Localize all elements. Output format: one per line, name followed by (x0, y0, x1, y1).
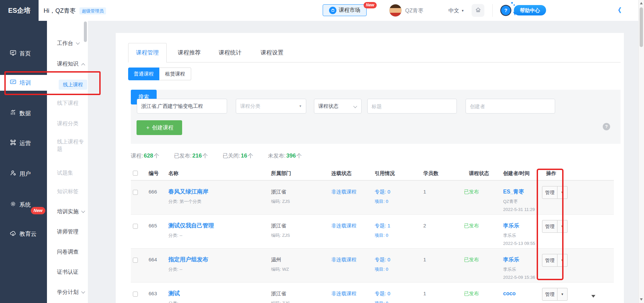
topic-ref-link[interactable]: 专题: 0 (375, 256, 390, 263)
header-divider (492, 4, 493, 17)
course-name-link[interactable]: 指定用户组发布 (168, 256, 208, 263)
help-question-icon[interactable]: ? (501, 6, 511, 15)
chevron-up-icon (81, 63, 85, 67)
course-name-link[interactable]: 测试 (168, 290, 180, 297)
menu-item-workbench[interactable]: 工作台 (57, 38, 79, 48)
status-filter-select[interactable]: 课程状态 (314, 99, 362, 114)
user-avatar[interactable] (389, 4, 402, 17)
language-switcher[interactable]: 中文▼ (448, 0, 464, 21)
manage-dropdown-caret[interactable]: ▼ (557, 186, 568, 199)
manage-button[interactable]: 管理 (542, 220, 557, 233)
creator-link[interactable]: 李乐乐 (503, 256, 519, 263)
tab-strip-border (128, 62, 621, 62)
manage-button[interactable]: 管理 (542, 254, 557, 267)
row-actions: 管理 ▼ (542, 186, 568, 199)
menu-item-training-implementation[interactable]: 培训实施 (57, 207, 85, 217)
panel-help-icon[interactable]: ? (603, 123, 610, 130)
create-course-button[interactable]: ＋ 创建课程 (137, 120, 182, 135)
manage-button[interactable]: 管理 (542, 288, 557, 301)
menu-item-online-course[interactable]: 线上课程 (59, 80, 87, 90)
sidebar-item-edu-cloud[interactable]: 教育云 (0, 226, 47, 242)
submenu-scrollbar-thumb[interactable] (84, 21, 87, 42)
tab-course-recommend[interactable]: 课程推荐 (178, 43, 201, 62)
menu-item-offline-course[interactable]: 线下课程 (57, 98, 78, 108)
tab-course-statistics[interactable]: 课程统计 (219, 43, 241, 62)
scrollbar-up-icon[interactable] (640, 2, 643, 4)
row-checkbox[interactable] (133, 292, 138, 297)
row-actions: 管理 ▼ (542, 254, 568, 267)
table-row: 664 指定用户组发布 分类: -- 温州 编码: WZ 非连载课程 专题: 0… (131, 249, 614, 283)
stat-published: 已发布:216个 (174, 153, 208, 160)
course-market-button[interactable]: 课程市场 (323, 4, 367, 16)
sidebar-item-training[interactable]: 培训 (0, 75, 47, 91)
secondary-menu: 工作台 课程知识 线上课程 线下课程 课程分类 线上课程专题 试题集 知识标签 … (47, 21, 88, 303)
menu-item-knowledge-tag[interactable]: 知识标签 (57, 186, 78, 197)
course-name-link[interactable]: 测试仅我自己管理 (168, 222, 214, 229)
new-badge: New (364, 2, 377, 8)
primary-sidebar: 首页 培训 数据 运营 (0, 21, 47, 303)
menu-item-online-course-topic[interactable]: 线上课程专题 (57, 138, 85, 153)
toggle-normal-course[interactable]: 普通课程 (128, 68, 159, 80)
menu-item-lecturer-management[interactable]: 讲师管理 (57, 227, 78, 237)
project-ref-link[interactable]: 项目: 0 (375, 266, 388, 273)
project-ref-link[interactable]: 项目: 0 (375, 198, 388, 205)
vertical-scrollbar[interactable] (638, 0, 644, 303)
table-row: 663 测试 分类: -- 浙江省 编码: ZJS 非连载课程 专题: 0 项目… (131, 283, 614, 303)
toggle-rental-course[interactable]: 租赁课程 (159, 68, 191, 80)
creator-link[interactable]: ES_青枣 (503, 188, 524, 196)
menu-item-certificate[interactable]: 证书认证 (57, 267, 78, 277)
monitor-chart-icon (10, 50, 16, 57)
creator-link[interactable]: 李乐乐 (503, 222, 519, 229)
home-button[interactable] (472, 4, 484, 17)
status-badge: 已发布 (464, 188, 479, 196)
row-checkbox[interactable] (133, 190, 138, 195)
menu-item-course-knowledge[interactable]: 课程知识 (57, 59, 85, 69)
sidebar-item-data[interactable]: 数据 (0, 105, 47, 121)
project-ref-link[interactable]: 项目: 0 (375, 300, 388, 303)
creator-link[interactable]: coco (503, 290, 516, 297)
select-all-checkbox[interactable] (133, 171, 138, 176)
menu-item-questionnaire[interactable]: 问卷调查 (57, 247, 78, 257)
sidebar-item-operation[interactable]: 运营 (0, 135, 47, 151)
tab-course-settings[interactable]: 课程设置 (261, 43, 283, 62)
scrollbar-thumb[interactable] (640, 7, 643, 47)
plus-icon: ＋ (145, 125, 151, 130)
table-row: 666 春风又绿江南岸 分类: 第一个分类 浙江省 编码: ZJS 非连载课程 … (131, 181, 614, 215)
title-filter-input[interactable] (367, 99, 457, 114)
sidebar-item-user[interactable]: 用户 (0, 166, 47, 181)
category-filter-select[interactable]: 课程分类 ▼ (236, 99, 306, 114)
row-actions: 管理 ▼ (542, 220, 568, 233)
scrollbar-down-icon[interactable] (640, 298, 643, 301)
course-table: 编号 名称 所属部门 连载状态 引用情况 学员数 课程状态 创建者/时间 操作 … (131, 166, 614, 303)
topic-ref-link[interactable]: 专题: 1 (375, 222, 390, 229)
row-checkbox[interactable] (133, 224, 138, 229)
help-center-button[interactable]: 帮助中心 (514, 5, 546, 15)
bar-chart-icon (10, 110, 16, 117)
tab-course-management[interactable]: 课程管理 (128, 43, 167, 62)
command-icon (10, 139, 16, 147)
status-badge: 已发布 (464, 256, 479, 263)
scroll-down-indicator-icon (591, 295, 595, 298)
topic-ref-link[interactable]: 专题: 0 (375, 188, 390, 196)
department-filter-input[interactable] (137, 99, 227, 114)
manage-button[interactable]: 管理 (542, 186, 557, 199)
sidebar-item-home[interactable]: 首页 (0, 46, 47, 61)
chevron-down-icon (81, 290, 85, 293)
stat-total: 课程:628个 (131, 153, 159, 160)
caret-down-icon: ▼ (299, 99, 302, 113)
menu-item-question-bank[interactable]: 试题集 (57, 168, 73, 178)
course-stats: 课程:628个 已发布:216个 已关闭:16个 未发布:396个 (131, 153, 302, 160)
house-icon (475, 7, 481, 14)
manage-dropdown-caret[interactable]: ▼ (557, 254, 568, 267)
manage-dropdown-caret[interactable]: ▼ (557, 220, 568, 233)
topic-ref-link[interactable]: 专题: 0 (375, 290, 390, 297)
manage-dropdown-caret[interactable]: ▼ (557, 288, 568, 301)
course-name-link[interactable]: 春风又绿江南岸 (168, 188, 208, 196)
row-checkbox[interactable] (133, 258, 138, 263)
creator-filter-input[interactable] (466, 99, 555, 114)
project-ref-link[interactable]: 项目: 0 (375, 232, 388, 239)
collapse-sidebar-icon[interactable]: 《 (615, 0, 621, 21)
menu-item-credit-plan[interactable]: 学分计划 (57, 287, 85, 297)
menu-item-course-category[interactable]: 课程分类 (57, 119, 78, 129)
course-market-label: 课程市场 (339, 7, 360, 14)
